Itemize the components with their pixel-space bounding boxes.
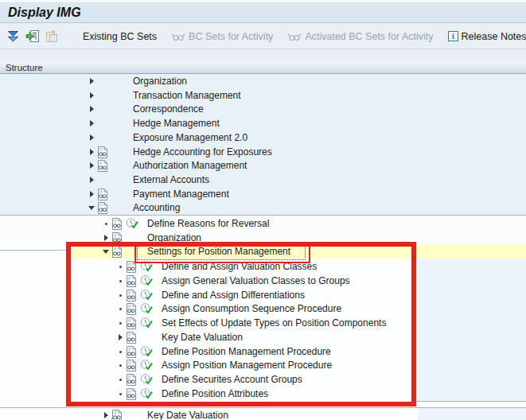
tree-item-label[interactable]: External Accounts bbox=[133, 173, 209, 187]
expander-icon[interactable] bbox=[88, 130, 95, 145]
toolbar-button-activated-bc-sets-for-activity[interactable]: Activated BC Sets for Activity bbox=[280, 29, 440, 44]
expander-icon[interactable] bbox=[102, 216, 110, 231]
expander-icon[interactable] bbox=[88, 102, 95, 116]
toolbar-button-existing-bc-sets[interactable]: Existing BC Sets bbox=[76, 29, 164, 44]
tree-item-label[interactable]: Correspondence bbox=[133, 102, 204, 116]
tree-row[interactable]: Authorization Management bbox=[0, 158, 526, 173]
tree-item-label[interactable]: Exposure Management 2.0 bbox=[133, 130, 247, 145]
expander-icon[interactable] bbox=[88, 173, 95, 187]
glasses-icon bbox=[171, 32, 185, 41]
expander-icon[interactable] bbox=[88, 74, 95, 88]
tree-item-label[interactable]: Hedge Management bbox=[133, 116, 220, 130]
toolbar-gap bbox=[0, 50, 526, 62]
page-title: Display IMG bbox=[8, 6, 81, 20]
expand-all-icon[interactable] bbox=[6, 29, 20, 44]
img-docu-icon[interactable] bbox=[97, 202, 107, 218]
structure-panel-header: Structure bbox=[0, 62, 526, 74]
tree-row[interactable]: Exposure Management 2.0 bbox=[0, 130, 526, 145]
toolbar-button-release-notes[interactable]: i Release Notes bbox=[441, 29, 526, 44]
tree-row[interactable]: Define Reasons for Reversal bbox=[0, 216, 526, 231]
expander-icon[interactable] bbox=[102, 408, 110, 420]
toolbar-button-label: BC Sets for Activity bbox=[189, 31, 273, 42]
tree-item-label[interactable]: Hedge Accounting for Exposures bbox=[133, 145, 272, 159]
info-icon: i bbox=[448, 31, 458, 41]
tree-row[interactable]: Payment Management bbox=[0, 187, 526, 201]
sap-window: Display IMG Existing BC S bbox=[0, 0, 526, 420]
expander-icon[interactable] bbox=[88, 116, 95, 130]
application-toolbar: Existing BC Sets BC Sets for Activity Ac… bbox=[0, 24, 526, 49]
toolbar-button-label: Release Notes bbox=[462, 31, 526, 42]
tree-row[interactable]: Transaction Management bbox=[0, 88, 526, 103]
tree-item-label[interactable]: Accounting bbox=[133, 200, 180, 215]
glasses-icon bbox=[287, 32, 302, 41]
tree-row[interactable]: Key Date Valuation bbox=[0, 408, 526, 420]
structure-label: Structure bbox=[6, 63, 43, 72]
tree-row[interactable]: External Accounts bbox=[0, 173, 526, 187]
tree-divider-line bbox=[416, 401, 526, 402]
toolbar-button-label: Existing BC Sets bbox=[83, 31, 157, 42]
tree-row[interactable]: Organization bbox=[0, 74, 526, 88]
svg-text:i: i bbox=[452, 32, 454, 41]
toolbar-button-label: Activated BC Sets for Activity bbox=[305, 31, 433, 42]
tree-item-label[interactable]: Organization bbox=[133, 74, 187, 88]
copy-bc-set-icon bbox=[45, 29, 59, 44]
title-bar: Display IMG bbox=[0, 2, 526, 23]
expander-icon[interactable] bbox=[88, 158, 95, 173]
display-bc-sets-icon[interactable] bbox=[25, 29, 40, 44]
expander-icon[interactable] bbox=[88, 187, 95, 201]
toolbar-button-bc-sets-for-activity[interactable]: BC Sets for Activity bbox=[164, 29, 280, 44]
annotation-highlight-box bbox=[66, 242, 416, 406]
tree-row[interactable]: Accounting bbox=[0, 200, 526, 215]
tree-item-label[interactable]: Authorization Management bbox=[133, 158, 247, 173]
expander-icon[interactable] bbox=[88, 200, 95, 215]
expander-icon[interactable] bbox=[88, 88, 95, 103]
tree-row[interactable]: Correspondence bbox=[0, 102, 526, 116]
tree-row[interactable]: Hedge Management bbox=[0, 116, 526, 130]
tree-row[interactable]: Hedge Accounting for Exposures bbox=[0, 145, 526, 159]
tree-item-label[interactable]: Define Reasons for Reversal bbox=[147, 216, 269, 231]
tree-item-label[interactable]: Transaction Management bbox=[133, 88, 241, 103]
expander-icon[interactable] bbox=[88, 145, 95, 159]
tree-item-label[interactable]: Key Date Valuation bbox=[147, 408, 228, 420]
tree-item-label[interactable]: Payment Management bbox=[133, 187, 229, 201]
